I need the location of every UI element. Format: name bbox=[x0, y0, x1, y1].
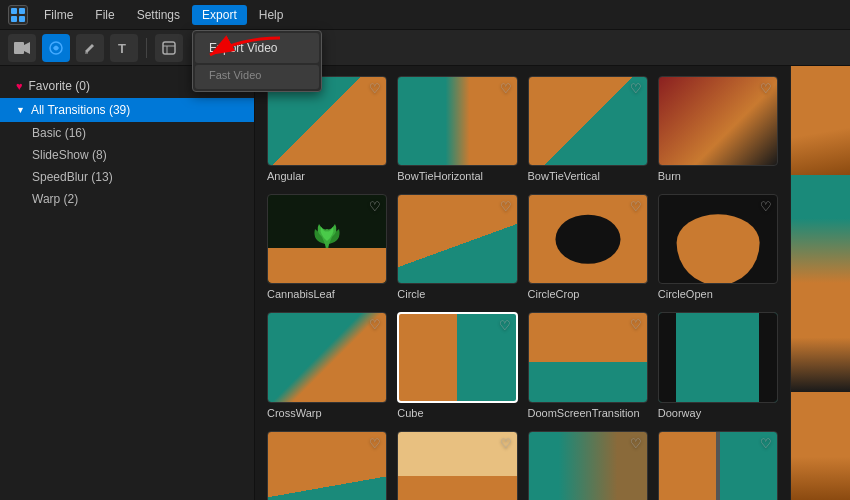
transition-fade[interactable]: ♡ Fade bbox=[528, 431, 648, 500]
toolbar-separator bbox=[146, 38, 147, 58]
menu-filme[interactable]: Filme bbox=[34, 5, 83, 25]
toolbar: T bbox=[0, 30, 850, 66]
transition-thumb-bowtieh[interactable]: ♡ bbox=[397, 76, 517, 166]
titlebar: Filme File Settings Export Help bbox=[0, 0, 850, 30]
svg-rect-2 bbox=[11, 16, 17, 22]
transition-thumb-circleopen[interactable]: ♡ bbox=[658, 194, 778, 284]
transition-label-bowtiev: BowTieVertical bbox=[528, 170, 648, 182]
transition-label-circleopen: CircleOpen bbox=[658, 288, 778, 300]
transition-label-circlecrop: CircleCrop bbox=[528, 288, 648, 300]
transition-bowtiev[interactable]: ♡ BowTieVertical bbox=[528, 76, 648, 182]
transition-doom[interactable]: ♡ DoomScreenTransition bbox=[528, 312, 648, 418]
toolbar-effects-btn[interactable] bbox=[42, 34, 70, 62]
svg-rect-5 bbox=[14, 42, 24, 54]
transition-thumb-fade[interactable]: ♡ bbox=[528, 431, 648, 500]
transition-label-cannabis: CannabisLeaf bbox=[267, 288, 387, 300]
transition-label-bowtieh: BowTieHorizontal bbox=[397, 170, 517, 182]
transition-crosswarp[interactable]: ♡ CrossWarp bbox=[267, 312, 387, 418]
transition-circlecrop[interactable]: ♡ CircleCrop bbox=[528, 194, 648, 300]
transition-cube[interactable]: ♡ Cube bbox=[397, 312, 517, 418]
favorite-btn-burn[interactable]: ♡ bbox=[760, 81, 772, 96]
favorite-btn-doom[interactable]: ♡ bbox=[630, 317, 642, 332]
expand-arrow-icon: ▼ bbox=[16, 105, 25, 115]
svg-rect-3 bbox=[19, 16, 25, 22]
favorite-btn-cannabis[interactable]: ♡ bbox=[369, 199, 381, 214]
favorite-btn-circlecrop[interactable]: ♡ bbox=[630, 199, 642, 214]
toolbar-edit-btn[interactable] bbox=[76, 34, 104, 62]
menu-bar: Filme File Settings Export Help bbox=[34, 5, 293, 25]
sidebar-item-basic[interactable]: Basic (16) bbox=[0, 122, 254, 144]
transition-thumb-burn[interactable]: ♡ bbox=[658, 76, 778, 166]
sidebar-item-speedblur[interactable]: SpeedBlur (13) bbox=[0, 166, 254, 188]
transition-cannabis[interactable]: ♡ CannabisLeaf bbox=[267, 194, 387, 300]
transition-thumb-cannabis[interactable]: ♡ bbox=[267, 194, 387, 284]
transition-thumb-dreamy[interactable]: ♡ bbox=[267, 431, 387, 500]
transition-circle[interactable]: ♡ Circle bbox=[397, 194, 517, 300]
right-strip-4 bbox=[791, 392, 850, 501]
transition-thumb-bowtiev[interactable]: ♡ bbox=[528, 76, 648, 166]
favorite-btn-fadecolor[interactable]: ♡ bbox=[760, 436, 772, 451]
transition-dreamyzoom[interactable]: ♡ DreamyZoom bbox=[397, 431, 517, 500]
transition-fadecolor[interactable]: ♡ Fadecolor bbox=[658, 431, 778, 500]
sidebar-item-all-transitions[interactable]: ▼ All Transitions (39) bbox=[0, 98, 254, 122]
transitions-content[interactable]: ♡ Angular ♡ BowTieHorizontal ♡ BowTieVer… bbox=[255, 66, 790, 500]
transition-thumb-crosswarp[interactable]: ♡ bbox=[267, 312, 387, 402]
svg-rect-1 bbox=[19, 8, 25, 14]
svg-marker-6 bbox=[24, 42, 30, 54]
favorite-btn-angular[interactable]: ♡ bbox=[369, 81, 381, 96]
transition-thumb-fadecolor[interactable]: ♡ bbox=[658, 431, 778, 500]
transitions-grid: ♡ Angular ♡ BowTieHorizontal ♡ BowTieVer… bbox=[267, 76, 778, 500]
favorite-btn-dreamyzoom[interactable]: ♡ bbox=[500, 436, 512, 451]
toolbar-text-btn[interactable]: T bbox=[110, 34, 138, 62]
sidebar: ♥ Favorite (0) ▼ All Transitions (39) Ba… bbox=[0, 66, 255, 500]
app-logo bbox=[8, 5, 28, 25]
menu-settings[interactable]: Settings bbox=[127, 5, 190, 25]
svg-text:T: T bbox=[118, 41, 126, 55]
menu-file[interactable]: File bbox=[85, 5, 124, 25]
sidebar-item-slideshow[interactable]: SlideShow (8) bbox=[0, 144, 254, 166]
menu-export[interactable]: Export bbox=[192, 5, 247, 25]
main-area: ♥ Favorite (0) ▼ All Transitions (39) Ba… bbox=[0, 66, 850, 500]
transition-label-crosswarp: CrossWarp bbox=[267, 407, 387, 419]
transition-thumb-dreamyzoom[interactable]: ♡ bbox=[397, 431, 517, 500]
transition-doorway[interactable]: ♡ Doorway bbox=[658, 312, 778, 418]
transition-label-circle: Circle bbox=[397, 288, 517, 300]
transition-label-angular: Angular bbox=[267, 170, 387, 182]
right-strip-1 bbox=[791, 66, 850, 175]
toolbar-video-btn[interactable] bbox=[8, 34, 36, 62]
transition-thumb-doom[interactable]: ♡ bbox=[528, 312, 648, 402]
svg-rect-10 bbox=[163, 42, 175, 54]
transition-thumb-doorway[interactable]: ♡ bbox=[658, 312, 778, 402]
sidebar-item-warp[interactable]: Warp (2) bbox=[0, 188, 254, 210]
transition-dreamy[interactable]: ♡ Dreamy bbox=[267, 431, 387, 500]
transition-circleopen[interactable]: ♡ CircleOpen bbox=[658, 194, 778, 300]
preview-strip-image bbox=[791, 66, 850, 175]
transition-label-doorway: Doorway bbox=[658, 407, 778, 419]
toolbar-more-btn[interactable] bbox=[155, 34, 183, 62]
right-strip-2 bbox=[791, 175, 850, 284]
favorite-btn-bowtieh[interactable]: ♡ bbox=[500, 81, 512, 96]
transition-label-doom: DoomScreenTransition bbox=[528, 407, 648, 419]
favorite-btn-circleopen[interactable]: ♡ bbox=[760, 199, 772, 214]
transition-burn[interactable]: ♡ Burn bbox=[658, 76, 778, 182]
favorite-btn-fade[interactable]: ♡ bbox=[630, 436, 642, 451]
right-preview-panel bbox=[790, 66, 850, 500]
red-arrow-indicator bbox=[200, 33, 290, 72]
transition-thumb-circlecrop[interactable]: ♡ bbox=[528, 194, 648, 284]
transition-thumb-cube[interactable]: ♡ bbox=[397, 312, 517, 402]
transition-label-cube: Cube bbox=[397, 407, 517, 419]
favorite-btn-cube[interactable]: ♡ bbox=[499, 318, 511, 333]
svg-rect-0 bbox=[11, 8, 17, 14]
favorite-btn-dreamy[interactable]: ♡ bbox=[369, 436, 381, 451]
favorite-btn-bowtiev[interactable]: ♡ bbox=[630, 81, 642, 96]
right-strip-3 bbox=[791, 283, 850, 392]
transition-label-burn: Burn bbox=[658, 170, 778, 182]
favorite-btn-circle[interactable]: ♡ bbox=[500, 199, 512, 214]
transition-thumb-circle[interactable]: ♡ bbox=[397, 194, 517, 284]
menu-help[interactable]: Help bbox=[249, 5, 294, 25]
favorite-btn-crosswarp[interactable]: ♡ bbox=[369, 317, 381, 332]
transition-bowtieh[interactable]: ♡ BowTieHorizontal bbox=[397, 76, 517, 182]
heart-icon: ♥ bbox=[16, 80, 23, 92]
